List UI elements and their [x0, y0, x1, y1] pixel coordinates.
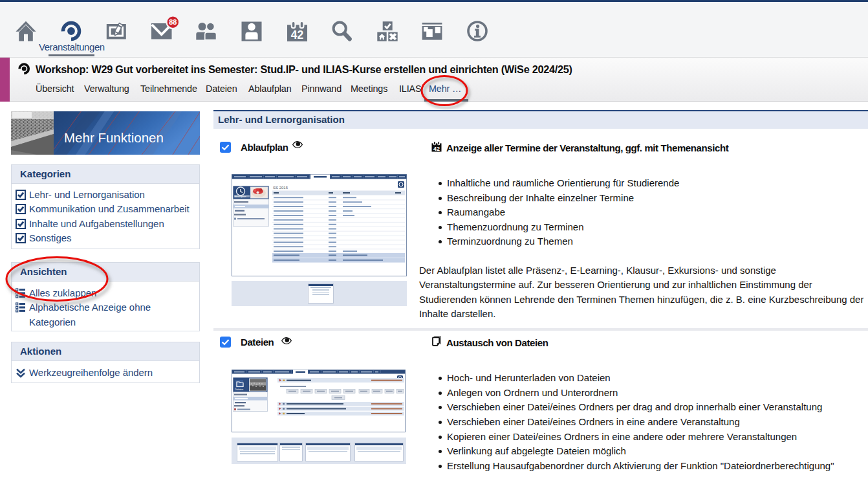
svg-text:42: 42 [291, 28, 304, 41]
svg-text:Ablaufplan: Ablaufplan [235, 195, 246, 198]
svg-text:Mehr Funktionen: Mehr Funktionen [64, 130, 164, 145]
svg-text:42: 42 [433, 146, 440, 152]
svg-text:SS 2015: SS 2015 [273, 186, 288, 190]
svg-text:Dateien: Dateien [235, 388, 243, 391]
svg-text:88: 88 [169, 18, 177, 26]
